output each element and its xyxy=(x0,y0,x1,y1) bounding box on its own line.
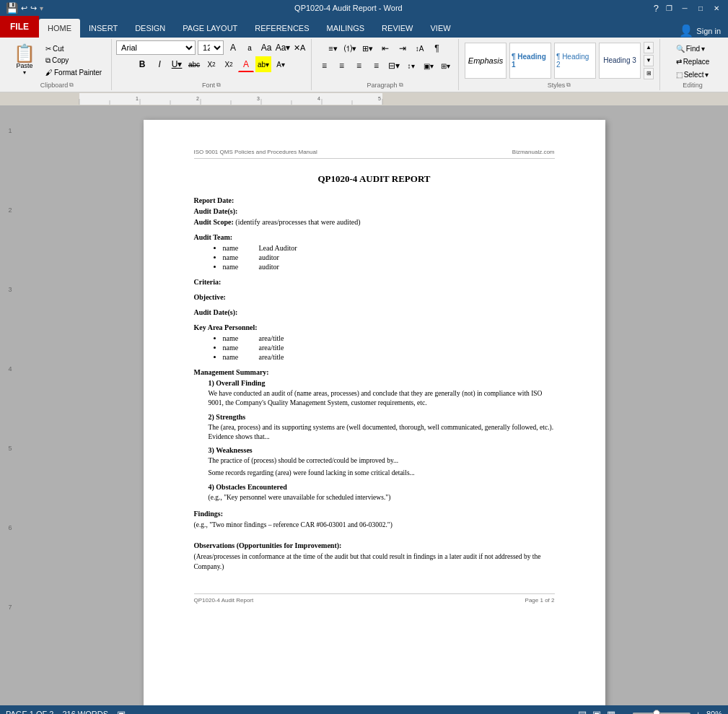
tab-file[interactable]: FILE xyxy=(0,16,39,38)
footer-left: QP1020-4 Audit Report xyxy=(194,597,254,604)
undo-btn[interactable]: ↩ xyxy=(21,4,27,13)
underline-btn[interactable]: U▾ xyxy=(169,56,185,72)
paste-button[interactable]: 📋 Paste ▾ xyxy=(9,43,40,78)
format-painter-button[interactable]: 🖌Format Painter xyxy=(42,67,105,78)
read-layout-icon[interactable]: ▣ xyxy=(592,709,601,715)
grow-font-btn[interactable]: A xyxy=(226,40,240,55)
zoom-in-btn[interactable]: + xyxy=(696,710,701,714)
column-btn[interactable]: ⊟▾ xyxy=(386,58,402,74)
superscript-btn[interactable]: X2 xyxy=(221,56,237,72)
font-expand-icon[interactable]: ⧉ xyxy=(216,82,221,89)
list-item: nameauditor xyxy=(223,263,555,271)
multilevel-btn[interactable]: ⊞▾ xyxy=(360,40,376,56)
styles-more[interactable]: ⊞ xyxy=(644,68,654,79)
ruler-row: 1 2 3 4 5 xyxy=(0,92,728,105)
audit-scope-field: Audit Scope: (identify areas/processes t… xyxy=(194,218,555,226)
show-marks-btn[interactable]: ¶ xyxy=(429,40,445,56)
tab-references[interactable]: REFERENCES xyxy=(246,19,317,38)
copy-button[interactable]: ⧉Copy xyxy=(42,55,105,66)
clipboard-expand-icon[interactable]: ⧉ xyxy=(69,82,74,89)
audit-dates2-heading: Audit Date(s): xyxy=(194,308,555,316)
obstacles-para: (e.g., "Key personnel were unavailable f… xyxy=(209,493,555,502)
replace-btn[interactable]: ⇄Replace xyxy=(672,56,714,67)
bold-btn[interactable]: B xyxy=(134,56,150,72)
italic-btn[interactable]: I xyxy=(152,56,167,72)
font-name-select[interactable]: Arial xyxy=(116,40,196,55)
page-info: PAGE 1 OF 2 xyxy=(6,710,53,714)
strengths-heading: 2) Strengths xyxy=(209,413,555,421)
font-group: Arial 12 A a Aa Aa▾ ✕A B I U▾ abc X2 X2 … xyxy=(112,39,312,90)
change-case-btn[interactable]: Aa▾ xyxy=(276,40,290,55)
align-center-btn[interactable]: ≡ xyxy=(334,58,350,74)
tab-design[interactable]: DESIGN xyxy=(126,19,174,38)
tab-page-layout[interactable]: PAGE LAYOUT xyxy=(174,19,246,38)
borders-btn[interactable]: ⊞▾ xyxy=(438,58,454,74)
list-item: namearea/title xyxy=(223,334,555,342)
cut-button[interactable]: ✂Cut xyxy=(42,43,105,54)
numbering-btn[interactable]: ⑴▾ xyxy=(343,40,359,56)
svg-text:5: 5 xyxy=(378,96,381,101)
line-spacing-btn[interactable]: ↕▾ xyxy=(403,58,419,74)
minimize-btn[interactable]: ─ xyxy=(679,3,690,13)
close-btn[interactable]: ✕ xyxy=(711,3,722,13)
highlight-btn[interactable]: ab▾ xyxy=(255,56,271,72)
style-heading2[interactable]: ¶ Heading 2 xyxy=(554,43,596,79)
style-heading3[interactable]: Heading 3 xyxy=(599,43,641,79)
find-btn[interactable]: 🔍Find▾ xyxy=(672,43,714,54)
styles-scroll-up[interactable]: ▲ xyxy=(644,42,654,53)
restore-btn[interactable]: ❐ xyxy=(663,3,675,13)
align-right-btn[interactable]: ≡ xyxy=(351,58,367,74)
select-btn[interactable]: ⬚Select▾ xyxy=(672,69,714,80)
font-size-select[interactable]: 12 xyxy=(198,40,224,55)
sign-in-btn[interactable]: 👤 Sign in xyxy=(672,24,728,38)
svg-text:2: 2 xyxy=(196,96,199,101)
tab-insert[interactable]: INSERT xyxy=(80,19,126,38)
doc-page-header: ISO 9001 QMS Policies and Procedures Man… xyxy=(194,149,555,159)
align-left-btn[interactable]: ≡ xyxy=(317,58,333,74)
bullets-btn[interactable]: ≡▾ xyxy=(325,40,341,56)
editing-group: 🔍Find▾ ⇄Replace ⬚Select▾ Editing xyxy=(660,39,725,90)
strikethrough-btn[interactable]: abc xyxy=(186,56,202,72)
styles-group: Emphasis ¶ Heading 1 ¶ Heading 2 Heading… xyxy=(459,39,660,90)
tab-mailings[interactable]: MAILINGS xyxy=(318,19,374,38)
decrease-indent-btn[interactable]: ⇤ xyxy=(377,40,393,56)
audit-team-heading: Audit Team: xyxy=(194,233,555,241)
svg-text:1: 1 xyxy=(136,96,139,101)
tab-view[interactable]: VIEW xyxy=(422,19,460,38)
header-right: Bizmanualz.com xyxy=(512,149,555,155)
window-title: QP1020-4 Audit Report - Word xyxy=(294,4,403,12)
tab-home[interactable]: HOME xyxy=(39,19,80,38)
justify-btn[interactable]: ≡ xyxy=(369,58,385,74)
subscript-btn[interactable]: X2 xyxy=(203,56,219,72)
document-area[interactable]: ISO 9001 QMS Policies and Procedures Man… xyxy=(20,105,728,705)
help-btn[interactable]: ? xyxy=(654,3,659,14)
style-emphasis[interactable]: Emphasis xyxy=(465,43,506,79)
shrink-font-btn[interactable]: a xyxy=(242,40,257,55)
maximize-btn[interactable]: □ xyxy=(695,3,706,13)
sort-btn[interactable]: ↕A xyxy=(412,40,428,56)
zoom-out-btn[interactable]: ─ xyxy=(621,710,627,714)
redo-btn[interactable]: ↪ xyxy=(30,4,37,13)
shading-btn[interactable]: A▾ xyxy=(273,56,289,72)
key-personnel-heading: Key Area Personnel: xyxy=(194,323,555,331)
strengths-para: The (area, process) and its supporting s… xyxy=(209,423,555,443)
clear-format-btn[interactable]: Aa xyxy=(259,40,273,55)
styles-expand-icon[interactable]: ⧉ xyxy=(566,82,571,89)
tab-review[interactable]: REVIEW xyxy=(373,19,421,38)
findings-heading: Findings: xyxy=(194,510,555,518)
findings-para: (e.g., "Two minor findings – reference C… xyxy=(194,521,555,530)
observations-heading: Observations (Opportunities for Improvem… xyxy=(194,541,555,549)
svg-text:3: 3 xyxy=(257,96,260,101)
font-color-btn[interactable]: A xyxy=(238,56,254,72)
styles-gallery: Emphasis ¶ Heading 1 ¶ Heading 2 Heading… xyxy=(465,43,641,79)
styles-scroll-down[interactable]: ▼ xyxy=(644,55,654,66)
clear-all-fmt-btn[interactable]: ✕A xyxy=(292,40,307,55)
para-expand-icon[interactable]: ⧉ xyxy=(399,82,403,89)
increase-indent-btn[interactable]: ⇥ xyxy=(395,40,411,56)
web-layout-icon[interactable]: ▦ xyxy=(607,709,615,715)
shading2-btn[interactable]: ▣▾ xyxy=(421,58,437,74)
list-item: namearea/title xyxy=(223,353,555,361)
print-layout-icon[interactable]: ▤ xyxy=(578,709,587,715)
style-heading1[interactable]: ¶ Heading 1 xyxy=(509,43,551,79)
list-item: nameLead Auditor xyxy=(223,244,555,252)
